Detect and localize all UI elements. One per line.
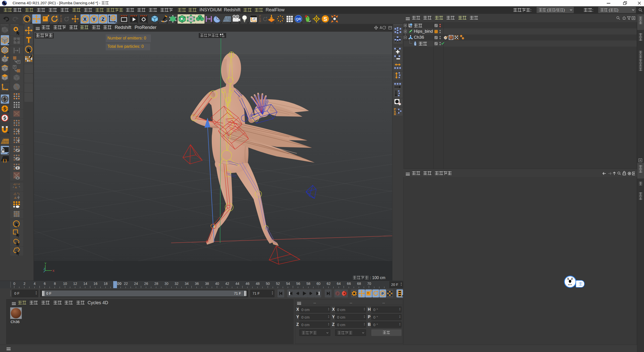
svg-text:Z: Z [44, 268, 45, 271]
svg-text:R: R [394, 113, 396, 115]
svg-text:X: X [53, 269, 55, 272]
svg-text:P: P [382, 292, 384, 295]
svg-text:Y: Y [45, 262, 47, 265]
